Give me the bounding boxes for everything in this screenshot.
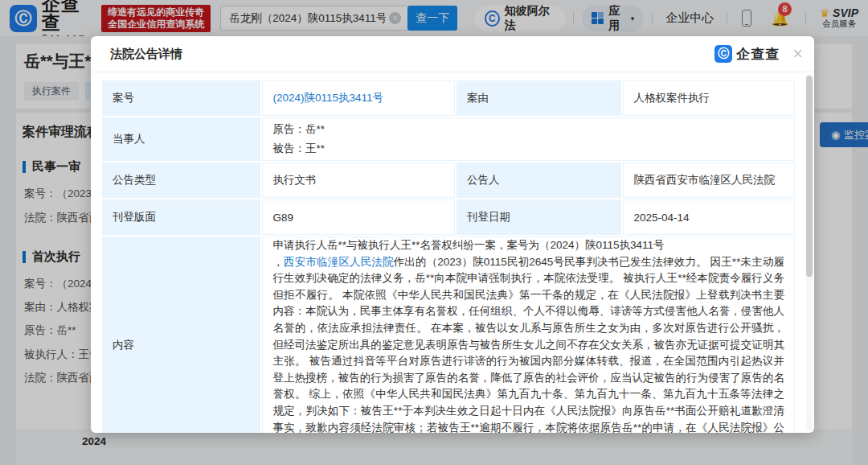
table-row: 案号 (2024)陕0115执3411号 案由 人格权案件执行 — [102, 80, 795, 116]
type-label: 公告类型 — [102, 163, 260, 198]
case-no-label: 案号 — [102, 80, 260, 116]
date-label: 刊登日期 — [457, 200, 621, 235]
date-value: 2025-04-14 — [623, 200, 795, 235]
qcc-logo-text: 企查查 — [736, 45, 780, 64]
cause-label: 案由 — [457, 80, 621, 116]
table-row: 刊登版面 G89 刊登日期 2025-04-14 — [102, 200, 795, 235]
court-announcement-modal: 法院公告详情 Ⓒ 企查查 × 案号 (2024)陕0115执3411号 案由 人… — [91, 36, 814, 433]
page-label: 刊登版面 — [102, 200, 260, 235]
announcement-content: 申请执行人岳**与被执行人王**名誉权纠纷一案，案号为（2024）陕0115执3… — [272, 237, 784, 433]
announcement-detail-table: 案号 (2024)陕0115执3411号 案由 人格权案件执行 当事人 原告：岳… — [100, 79, 796, 433]
party-defendant: 被告：王** — [272, 139, 784, 158]
modal-title: 法院公告详情 — [110, 47, 182, 62]
party-label: 当事人 — [102, 117, 260, 161]
table-row: 当事人 原告：岳** 被告：王** — [102, 117, 795, 161]
party-plaintiff: 原告：岳** — [272, 120, 784, 139]
modal-scrollbar[interactable] — [806, 74, 813, 431]
type-value: 执行文书 — [262, 163, 455, 198]
modal-header: 法院公告详情 Ⓒ 企查查 × — [91, 36, 814, 72]
close-icon[interactable]: × — [792, 45, 803, 63]
modal-qcc-logo: Ⓒ 企查查 — [714, 45, 780, 64]
qcc-logo-icon: Ⓒ — [714, 45, 732, 63]
page-value: G89 — [262, 200, 455, 235]
content-text-part2: 作出的（2023）陕0115民初2645号民事判决书已发生法律效力。 因王**未… — [272, 256, 784, 433]
announcer-value: 陕西省西安市临潼区人民法院 — [623, 163, 795, 198]
cause-value: 人格权案件执行 — [623, 80, 795, 116]
content-label: 内容 — [102, 237, 260, 433]
table-row: 公告类型 执行文书 公告人 陕西省西安市临潼区人民法院 — [102, 163, 795, 198]
announcer-label: 公告人 — [457, 163, 621, 198]
case-no-link[interactable]: (2024)陕0115执3411号 — [272, 92, 383, 104]
table-row: 内容 申请执行人岳**与被执行人王**名誉权纠纷一案，案号为（2024）陕011… — [102, 237, 795, 433]
scrollbar-thumb[interactable] — [806, 76, 813, 277]
court-link[interactable]: 西安市临潼区人民法院 — [284, 256, 394, 268]
